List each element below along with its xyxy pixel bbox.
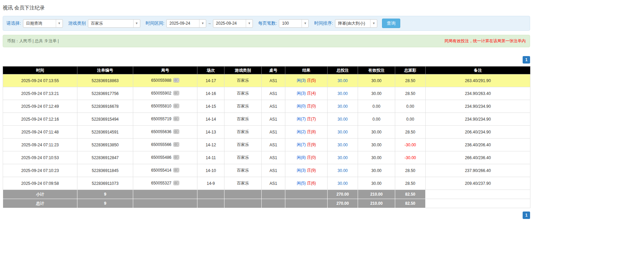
table-row: 2025-09-24 07:12:49 522836916678 6500558… <box>3 100 530 113</box>
chevron-down-icon: ▼ <box>370 20 377 27</box>
cell-bet-id: 522836911845 <box>77 164 133 177</box>
total-bet-link[interactable]: 30.00 <box>337 181 348 186</box>
subtotal-valid-bet: 210.00 <box>358 190 395 199</box>
result-player: 闲(3) <box>297 78 306 83</box>
result-player: 闲(8) <box>297 155 306 160</box>
cell-time: 2025-09-24 07:12:16 <box>3 113 77 126</box>
page-1-button[interactable]: 1 <box>523 56 530 64</box>
cell-table-no: AS1 <box>262 100 285 113</box>
cell-valid-bet: 30.00 <box>358 164 395 177</box>
round-number: 650055414 <box>151 168 171 173</box>
cell-game-type: 百家乐 <box>224 126 262 139</box>
cell-payout: 28.50 <box>395 164 426 177</box>
round-number: 650055902 <box>151 91 171 96</box>
date-to-value: 2025-09-24 <box>213 20 246 27</box>
game-type-value: 百家乐 <box>88 20 133 27</box>
cell-note: 266.40/236.40 <box>426 151 530 164</box>
cell-total-bet: 30.00 <box>328 139 358 151</box>
round-number: 650055566 <box>151 142 171 147</box>
page-1-button[interactable]: 1 <box>523 212 530 219</box>
page-size-label: 每页笔数: <box>258 20 277 26</box>
result-banker: 庄(0) <box>307 155 316 160</box>
cell-note: 206.40/234.90 <box>426 126 530 139</box>
table-header-row: 时间 注单编号 局号 场次 游戏类别 桌号 结果 总投注 有效投注 总派彩 备注 <box>3 67 530 74</box>
page-size-value: 100 <box>279 20 302 27</box>
cell-result: 闲(0) 庄(0) <box>285 100 328 113</box>
sort-select[interactable]: 降幂(由大到小) ▼ <box>335 19 377 28</box>
total-bet-link[interactable]: 30.00 <box>337 104 348 109</box>
round-number: 650055327 <box>151 181 171 186</box>
cell-round: 650055486 <box>133 151 197 164</box>
cell-result: 闲(7) 庄(9) <box>285 139 328 151</box>
round-result-cards-icon[interactable] <box>173 78 179 83</box>
round-result-cards-icon[interactable] <box>173 168 179 173</box>
total-bet-link[interactable]: 30.00 <box>337 78 348 83</box>
result-banker: 庄(5) <box>307 78 316 83</box>
cell-time: 2025-09-24 07:11:23 <box>3 139 77 151</box>
cell-payout: 28.50 <box>395 87 426 100</box>
result-player: 闲(7) <box>297 142 306 147</box>
col-header-total-bet: 总投注 <box>328 67 358 74</box>
date-from-select[interactable]: 2025-09-24 ▼ <box>166 19 206 28</box>
grand-total-valid-bet: 210.00 <box>358 199 395 208</box>
cell-total-bet: 30.00 <box>328 151 358 164</box>
cell-result: 闲(7) 庄(7) <box>285 113 328 126</box>
cell-table-no: AS1 <box>262 164 285 177</box>
pagination-top: 1 <box>3 56 530 64</box>
round-result-cards-icon[interactable] <box>173 104 179 109</box>
cell-time: 2025-09-24 07:10:23 <box>3 164 77 177</box>
query-type-select[interactable]: 日期查询 ▼ <box>23 19 63 28</box>
total-bet-link[interactable]: 30.00 <box>337 143 348 147</box>
cell-valid-bet: 30.00 <box>358 151 395 164</box>
chevron-down-icon: ▼ <box>246 20 253 27</box>
chevron-down-icon: ▼ <box>56 20 63 27</box>
cell-time: 2025-09-24 07:12:49 <box>3 100 77 113</box>
cell-payout: 28.50 <box>395 74 426 87</box>
total-bet-link[interactable]: 30.00 <box>337 168 348 173</box>
betting-records-table: 时间 注单编号 局号 场次 游戏类别 桌号 结果 总投注 有效投注 总派彩 备注… <box>3 66 530 208</box>
subtotal-total-bet: 270.00 <box>328 190 358 199</box>
table-row: 2025-09-24 07:13:55 522836918863 6500559… <box>3 74 530 87</box>
subtotal-row: 小计 9 270.00 210.00 82.50 <box>3 190 530 199</box>
round-result-cards-icon[interactable] <box>173 117 179 122</box>
result-player: 闲(3) <box>297 91 306 96</box>
cell-result: 闲(8) 庄(0) <box>285 151 328 164</box>
cell-valid-bet: 30.00 <box>358 126 395 139</box>
cell-note: 234.90/234.90 <box>426 100 530 113</box>
game-type-select[interactable]: 百家乐 ▼ <box>88 19 140 28</box>
cell-result: 闲(3) 庄(9) <box>285 164 328 177</box>
table-row: 2025-09-24 07:11:48 522836914591 6500556… <box>3 126 530 139</box>
cell-payout: -30.00 <box>395 151 426 164</box>
cell-round: 650055414 <box>133 164 197 177</box>
total-bet-link[interactable]: 30.00 <box>337 130 348 134</box>
total-bet-link[interactable]: 30.00 <box>337 117 348 122</box>
cell-round: 650055902 <box>133 87 197 100</box>
col-header-table-no: 桌号 <box>262 67 285 74</box>
subtotal-label: 小计 <box>3 190 77 199</box>
cell-game-type: 百家乐 <box>224 87 262 100</box>
date-to-select[interactable]: 2025-09-24 ▼ <box>213 19 253 28</box>
cell-table-no: AS1 <box>262 139 285 151</box>
cell-round: 650055988 <box>133 74 197 87</box>
cell-round: 650055566 <box>133 139 197 151</box>
round-result-cards-icon[interactable] <box>173 129 179 135</box>
chevron-down-icon: ▼ <box>199 20 206 27</box>
cell-session: 14-17 <box>197 74 224 87</box>
total-bet-link[interactable]: 30.00 <box>337 155 348 160</box>
total-bet-link[interactable]: 30.00 <box>337 91 348 96</box>
col-header-result: 结果 <box>285 67 328 74</box>
cell-bet-id: 522836913850 <box>77 139 133 151</box>
round-result-cards-icon[interactable] <box>173 91 179 96</box>
round-number: 650055719 <box>151 117 171 121</box>
page-size-select[interactable]: 100 ▼ <box>279 19 309 28</box>
round-result-cards-icon[interactable] <box>173 155 179 160</box>
result-player: 闲(3) <box>297 168 306 173</box>
cell-total-bet: 30.00 <box>328 164 358 177</box>
time-range-label: 时间区间: <box>146 20 165 26</box>
table-row: 2025-09-24 07:12:16 522836915494 6500557… <box>3 113 530 126</box>
cell-round: 650055810 <box>133 100 197 113</box>
round-result-cards-icon[interactable] <box>173 181 179 186</box>
search-button[interactable]: 查询 <box>382 19 400 28</box>
round-result-cards-icon[interactable] <box>173 142 179 148</box>
cell-total-bet: 30.00 <box>328 126 358 139</box>
